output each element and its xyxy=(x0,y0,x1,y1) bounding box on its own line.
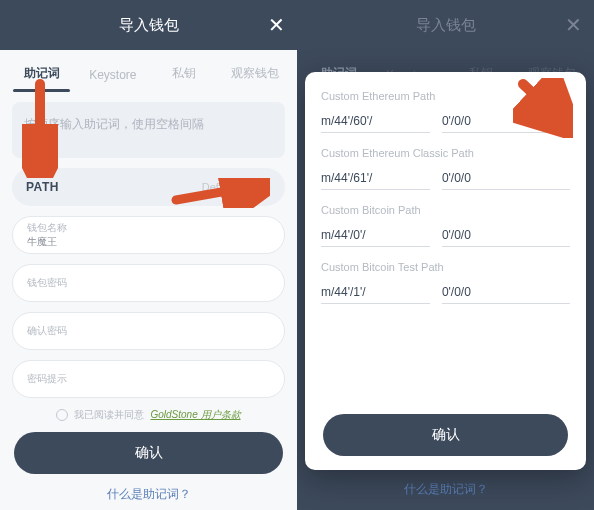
wallet-password-input[interactable]: 钱包密码 xyxy=(12,264,285,302)
path-suffix-input[interactable]: 0'/0/0 xyxy=(442,224,570,247)
terms-link[interactable]: GoldStone 用户条款 xyxy=(150,408,240,422)
chevron-right-icon: › xyxy=(266,179,271,195)
header: 导入钱包 ✕ xyxy=(297,0,594,50)
modal-confirm-button[interactable]: 确认 xyxy=(323,414,568,456)
path-group-etc: Custom Ethereum Classic Path m/44'/61'/ … xyxy=(321,147,570,190)
wallet-name-input[interactable]: 钱包名称 牛魔王 xyxy=(12,216,285,254)
path-value: Default Path › xyxy=(202,179,271,195)
path-group-btc-test: Custom Bitcoin Test Path m/44'/1'/ 0'/0/… xyxy=(321,261,570,304)
path-suffix-input[interactable]: 0'/0/0 xyxy=(442,110,570,133)
path-group-eth: Custom Ethereum Path m/44'/60'/ 0'/0/0 xyxy=(321,90,570,133)
screen-import-path-modal: 导入钱包 ✕ 助记词 Keystore 私钥 观察钱包 确认 什么是助记词？ C… xyxy=(297,0,594,510)
footer-help-link[interactable]: 什么是助记词？ xyxy=(297,481,594,498)
password-hint-input[interactable]: 密码提示 xyxy=(12,360,285,398)
path-group-btc: Custom Bitcoin Path m/44'/0'/ 0'/0/0 xyxy=(321,204,570,247)
terms-radio[interactable] xyxy=(56,409,68,421)
header-title: 导入钱包 xyxy=(416,16,476,35)
path-prefix-input[interactable]: m/44'/61'/ xyxy=(321,167,430,190)
path-prefix-input[interactable]: m/44'/1'/ xyxy=(321,281,430,304)
path-selector[interactable]: PATH Default Path › xyxy=(12,168,285,206)
path-suffix-input[interactable]: 0'/0/0 xyxy=(442,167,570,190)
content: 按顺序输入助记词，使用空格间隔 PATH Default Path › 钱包名称… xyxy=(0,92,297,510)
footer-help-link[interactable]: 什么是助记词？ xyxy=(12,486,285,503)
close-icon[interactable]: ✕ xyxy=(565,13,582,37)
path-suffix-input[interactable]: 0'/0/0 xyxy=(442,281,570,304)
mnemonic-input[interactable]: 按顺序输入助记词，使用空格间隔 xyxy=(12,102,285,158)
terms-prefix: 我已阅读并同意 xyxy=(74,408,144,422)
path-title: Custom Ethereum Path xyxy=(321,90,570,102)
close-icon[interactable]: ✕ xyxy=(268,13,285,37)
path-title: Custom Bitcoin Test Path xyxy=(321,261,570,273)
tabs: 助记词 Keystore 私钥 观察钱包 xyxy=(0,50,297,92)
tab-privatekey[interactable]: 私钥 xyxy=(149,65,220,92)
confirm-button[interactable]: 确认 xyxy=(14,432,283,474)
path-prefix-input[interactable]: m/44'/0'/ xyxy=(321,224,430,247)
screen-import-main: 导入钱包 ✕ 助记词 Keystore 私钥 观察钱包 按顺序输入助记词，使用空… xyxy=(0,0,297,510)
header-title: 导入钱包 xyxy=(119,16,179,35)
tab-watch[interactable]: 观察钱包 xyxy=(220,65,291,92)
custom-path-modal: Custom Ethereum Path m/44'/60'/ 0'/0/0 C… xyxy=(305,72,586,470)
path-title: Custom Ethereum Classic Path xyxy=(321,147,570,159)
tab-mnemonic[interactable]: 助记词 xyxy=(6,65,77,92)
terms-row: 我已阅读并同意 GoldStone 用户条款 xyxy=(12,408,285,422)
path-title: Custom Bitcoin Path xyxy=(321,204,570,216)
header: 导入钱包 ✕ xyxy=(0,0,297,50)
path-label: PATH xyxy=(26,180,59,194)
confirm-password-input[interactable]: 确认密码 xyxy=(12,312,285,350)
path-prefix-input[interactable]: m/44'/60'/ xyxy=(321,110,430,133)
tab-keystore[interactable]: Keystore xyxy=(77,68,148,92)
